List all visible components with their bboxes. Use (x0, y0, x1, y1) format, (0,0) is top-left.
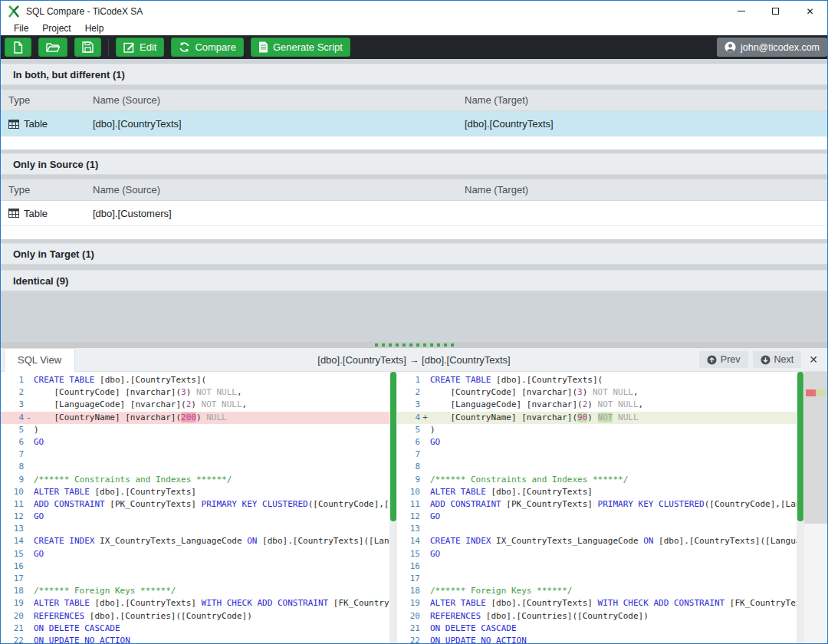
compare-label: Compare (195, 41, 235, 53)
sql-line: 4+ [CountryName] [nvarchar](90) NOT NULL (397, 412, 797, 424)
tab-sql-view[interactable]: SQL View (4, 348, 75, 372)
section-header-different[interactable]: In both, but different (1) (1, 64, 827, 85)
next-label: Next (774, 354, 794, 365)
section-title: In both, but different (1) (13, 69, 125, 80)
sql-line: 16 (1, 560, 389, 573)
section-header-identical[interactable]: Identical (9) (1, 270, 827, 291)
splitter-dot (437, 343, 440, 347)
arrow-up-circle-icon (707, 355, 717, 365)
table-icon (8, 209, 19, 218)
sql-line: 18/****** Foreign Keys ******/ (397, 585, 797, 597)
splitter-dot (444, 343, 447, 347)
app-window: SQL Compare - TiCodeX SA ✕ File Project … (0, 0, 828, 644)
window-controls: ✕ (724, 1, 827, 21)
scrollbar-thumb[interactable] (390, 372, 396, 521)
sql-line: 20REFERENCES [dbo].[Countries]([CountryC… (1, 610, 389, 623)
close-button[interactable]: ✕ (793, 1, 827, 21)
column-name-target: Name (Target) (465, 94, 827, 106)
main-toolbar: Edit Compare Generate Script john@ticode… (1, 35, 827, 59)
sql-line: 9/****** Constraints and Indexes ******/ (1, 474, 389, 486)
sql-line: 1CREATE TABLE [dbo].[CountryTexts]( (397, 374, 797, 386)
sql-line: 7 (397, 449, 797, 461)
edit-pencil-icon (123, 41, 135, 53)
row-name-source: [dbo].[Customers] (93, 208, 465, 219)
new-file-icon (12, 41, 24, 54)
row-name-source: [dbo].[CountryTexts] (93, 118, 465, 130)
generate-script-button[interactable]: Generate Script (251, 38, 350, 57)
table-row-countrytexts[interactable]: Table [dbo].[CountryTexts] [dbo].[Countr… (1, 111, 827, 136)
close-sql-view-button[interactable]: ✕ (806, 353, 821, 366)
sql-line: 10ALTER TABLE [dbo].[CountryTexts] (1, 486, 389, 498)
user-account-button[interactable]: john@ticodex.com (717, 38, 827, 57)
overview-inserted-mark (816, 389, 826, 396)
sql-line: 17 (1, 573, 389, 585)
comparison-results: In both, but different (1) Type Name (So… (1, 59, 827, 342)
sql-line: 1CREATE TABLE [dbo].[CountryTexts]( (1, 374, 389, 386)
sql-view-header: SQL View [dbo].[CountryTexts] → [dbo].[C… (1, 348, 827, 372)
splitter-dot (375, 343, 378, 347)
title-bar: SQL Compare - TiCodeX SA ✕ (1, 1, 827, 21)
splitter-dot (423, 343, 426, 347)
source-scrollbar[interactable] (389, 372, 397, 643)
target-scrollbar[interactable] (797, 372, 804, 643)
menu-bar: File Project Help (1, 21, 827, 35)
minimize-icon (738, 11, 745, 12)
sql-line: 3 [LanguageCode] [nvarchar](2) NOT NULL, (397, 399, 797, 411)
sql-line: 18/****** Foreign Keys ******/ (1, 585, 389, 597)
user-email: john@ticodex.com (741, 42, 820, 53)
sql-line: 6GO (397, 436, 797, 449)
sql-line: 14CREATE INDEX IX_CountryTexts_LanguageC… (1, 535, 389, 547)
column-type: Type (8, 184, 93, 196)
sql-line: 21ON DELETE CASCADE (1, 623, 389, 635)
menu-file[interactable]: File (7, 23, 35, 34)
splitter-dot (396, 343, 399, 347)
column-name-target: Name (Target) (465, 184, 827, 196)
open-project-button[interactable] (38, 38, 67, 57)
script-file-icon (258, 41, 268, 53)
menu-help[interactable]: Help (78, 23, 111, 34)
sql-line: 9/****** Constraints and Indexes ******/ (397, 474, 797, 486)
empty-strip (1, 136, 827, 150)
close-icon: ✕ (806, 7, 813, 16)
scrollbar-thumb[interactable] (797, 372, 803, 521)
minimize-button[interactable] (724, 1, 758, 21)
arrow-down-circle-icon (761, 355, 770, 365)
save-project-button[interactable] (74, 38, 101, 57)
edit-button[interactable]: Edit (116, 38, 164, 57)
maximize-button[interactable] (758, 1, 793, 21)
diff-overview-ruler (804, 372, 827, 643)
sql-line: 10ALTER TABLE [dbo].[CountryTexts] (397, 486, 797, 498)
sql-pane-source[interactable]: 1CREATE TABLE [dbo].[CountryTexts](2 [Co… (1, 372, 389, 643)
compare-button[interactable]: Compare (171, 38, 243, 57)
section-header-only-source[interactable]: Only in Source (1) (1, 153, 827, 175)
sql-line: 21ON DELETE CASCADE (397, 623, 797, 635)
sql-line: 20REFERENCES [dbo].[Countries]([CountryC… (397, 610, 797, 623)
sql-line: 7 (1, 449, 389, 461)
section-header-only-target[interactable]: Only in Target (1) (1, 243, 827, 264)
column-name-source: Name (Source) (93, 184, 465, 196)
splitter-handle[interactable] (1, 342, 827, 348)
row-type: Table (24, 118, 48, 130)
section-title: Only in Target (1) (13, 248, 94, 260)
menu-project[interactable]: Project (35, 23, 77, 34)
sql-line: 15GO (397, 548, 797, 560)
sql-pane-target[interactable]: 1CREATE TABLE [dbo].[CountryTexts](2 [Co… (397, 372, 797, 643)
sql-line: 8 (1, 461, 389, 473)
table-row-customers[interactable]: Table [dbo].[Customers] (1, 201, 827, 226)
sql-line: 15GO (1, 548, 389, 560)
sql-line: 12GO (397, 511, 797, 523)
results-table-header: Type Name (Source) Name (Target) (1, 179, 827, 201)
splitter-dot (382, 343, 385, 347)
sql-line: 4- [CountryName] [nvarchar](200) NULL (1, 412, 389, 424)
next-difference-button[interactable]: Next (753, 351, 802, 368)
sql-line: 16 (397, 560, 797, 573)
prev-difference-button[interactable]: Prev (699, 351, 748, 368)
app-logo-icon (8, 5, 20, 18)
generate-script-label: Generate Script (273, 41, 343, 53)
sql-line: 14CREATE INDEX IX_CountryTexts_LanguageC… (397, 535, 797, 547)
new-project-button[interactable] (5, 38, 31, 57)
splitter-dot (451, 343, 454, 347)
sql-line: 11ADD CONSTRAINT [PK_CountryTexts] PRIMA… (1, 498, 389, 511)
tab-label: SQL View (18, 354, 61, 366)
splitter-dot (409, 343, 412, 347)
